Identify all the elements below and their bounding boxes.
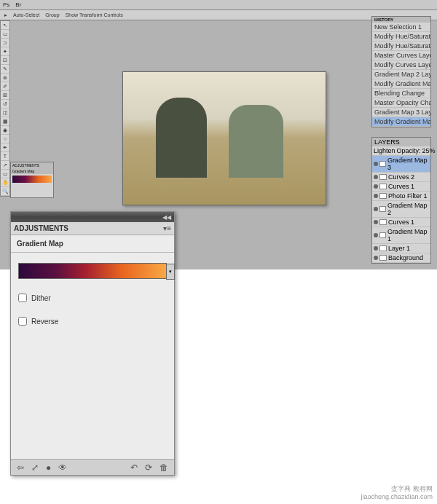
history-item[interactable]: Gradient Map 3 Layer (372, 108, 430, 117)
dither-row: Dither (18, 294, 167, 302)
clip-icon[interactable]: ● (46, 462, 51, 473)
wand-tool[interactable]: ✦ (1, 47, 9, 56)
back-icon[interactable]: ⇦ (17, 462, 24, 473)
group-dropdown[interactable]: Group (45, 12, 59, 17)
panel-body: ▾ Dither Reverse (11, 253, 174, 336)
eraser-tool[interactable]: ◫ (1, 109, 9, 117)
dodge-tool[interactable]: ○ (1, 135, 9, 143)
menubar: Ps Br (0, 0, 437, 10)
panel-titlebar[interactable]: ◀◀ (11, 212, 174, 222)
gradient-dropdown-icon[interactable]: ▾ (166, 264, 175, 280)
pen-tool[interactable]: ✒ (1, 143, 9, 152)
mini-gradient-preview[interactable] (12, 176, 52, 183)
blur-tool[interactable]: ◉ (1, 126, 9, 135)
collapse-icon[interactable]: ◀◀ (162, 214, 171, 221)
layer-name: Curves 1 (388, 218, 414, 226)
mini-adj-type: Gradient Map (11, 168, 53, 174)
reset-icon[interactable]: ⟳ (145, 462, 152, 473)
layer-thumb (379, 193, 387, 199)
expand-icon[interactable]: ⤢ (31, 462, 39, 473)
gradient-tool[interactable]: ▦ (1, 117, 9, 126)
mini-adj-title: ADJUSTMENTS (11, 162, 53, 168)
eye-icon[interactable] (374, 207, 378, 211)
layer-row[interactable]: Gradient Map 1 (372, 227, 430, 244)
auto-select-label: Auto-Select (13, 12, 39, 17)
layer-row[interactable]: Background (372, 253, 430, 263)
eye-icon[interactable] (374, 175, 378, 179)
show-transform-controls[interactable]: Show Transform Controls (66, 12, 123, 17)
adjustments-tab[interactable]: ADJUSTMENTS (14, 224, 68, 232)
previous-icon[interactable]: ↶ (130, 462, 138, 473)
history-brush-tool[interactable]: ↺ (1, 100, 9, 109)
layer-row[interactable]: Curves 2 (372, 173, 430, 182)
reverse-row: Reverse (18, 317, 167, 326)
watermark-line2: jiaocheng.chazidian.com (361, 493, 433, 501)
layer-row[interactable]: Layer 1 (372, 244, 430, 253)
history-item[interactable]: Modify Gradient Map Layer (372, 79, 430, 89)
marquee-tool[interactable]: ▭ (1, 30, 9, 39)
dither-checkbox[interactable] (18, 294, 27, 302)
watermark-line1: 查字典 教程网 (361, 485, 433, 493)
stamp-tool[interactable]: ⊞ (1, 91, 9, 100)
toolbox: ↖ ▭ ⊃ ✦ ⊡ ✎ ⊛ ✐ ⊞ ↺ ◫ ▦ ◉ ○ ✒ T ↗ ▭ ✋ 🔍 (0, 20, 10, 197)
eye-icon[interactable] (374, 194, 378, 198)
eye-icon[interactable] (374, 256, 378, 260)
eye-icon[interactable] (374, 184, 378, 189)
layer-thumb (379, 219, 387, 225)
layer-thumb (379, 184, 387, 189)
document-canvas[interactable] (122, 71, 326, 205)
brush-tool[interactable]: ✐ (1, 82, 9, 91)
lasso-tool[interactable]: ⊃ (1, 39, 9, 47)
blend-mode[interactable]: Lighten (374, 147, 395, 154)
eye-icon[interactable] (374, 233, 378, 237)
layers-blend-row: Lighten Opacity: 25% (372, 146, 430, 156)
history-item[interactable]: Modify Hue/Saturation Layer (372, 32, 430, 42)
history-panel: HISTORY New Selection 1Modify Hue/Satura… (371, 16, 431, 127)
history-item[interactable]: Master Curves Layer (372, 51, 430, 60)
history-item[interactable]: Master Opacity Change (372, 98, 430, 108)
crop-tool[interactable]: ⊡ (1, 56, 9, 65)
adjustments-panel: ◀◀ ADJUSTMENTS ▾≡ Gradient Map ▾ Dither … (10, 211, 175, 476)
healing-tool[interactable]: ⊛ (1, 74, 9, 82)
layer-thumb (379, 161, 386, 167)
history-item[interactable]: New Selection 1 (372, 23, 430, 32)
layer-name: Layer 1 (388, 245, 410, 252)
opacity-value[interactable]: 25% (422, 147, 436, 154)
eye-icon[interactable] (374, 162, 378, 166)
app-icon-ps[interactable]: Ps (3, 1, 9, 8)
layer-name: Gradient Map 3 (387, 157, 429, 171)
layer-row[interactable]: Gradient Map 3 (372, 156, 430, 173)
type-tool[interactable]: T (1, 152, 9, 161)
layers-title: LAYERS (374, 138, 400, 146)
layer-name: Gradient Map 2 (387, 202, 429, 216)
zoom-tool[interactable]: 🔍 (1, 187, 9, 196)
history-item[interactable]: Modify Curves Layer (372, 60, 430, 70)
watermark: 查字典 教程网 jiaocheng.chazidian.com (361, 485, 433, 501)
mini-adjustments-panel: ADJUSTMENTS Gradient Map (10, 162, 54, 198)
gradient-preview[interactable]: ▾ (18, 263, 167, 279)
hand-tool[interactable]: ✋ (1, 178, 9, 187)
history-item[interactable]: Blending Change (372, 89, 430, 98)
app-icon-br[interactable]: Br (15, 1, 21, 8)
path-tool[interactable]: ↗ (1, 161, 9, 170)
layer-row[interactable]: Gradient Map 2 (372, 201, 430, 218)
layer-thumb (379, 206, 386, 212)
history-item[interactable]: Gradient Map 2 Layer (372, 70, 430, 79)
history-item[interactable]: Modify Hue/Saturation Layer (372, 42, 430, 51)
reverse-checkbox[interactable] (18, 317, 27, 326)
history-header: HISTORY (372, 17, 430, 23)
eye-icon[interactable] (374, 246, 378, 251)
layer-row[interactable]: Curves 1 (372, 218, 430, 227)
move-tool[interactable]: ↖ (1, 21, 9, 30)
history-item[interactable]: Modify Gradient Map Layer (372, 117, 430, 127)
panel-menu-icon[interactable]: ▾≡ (163, 224, 171, 232)
layer-name: Background (388, 254, 423, 261)
layer-row[interactable]: Photo Filter 1 (372, 192, 430, 201)
eye-icon[interactable] (374, 220, 378, 224)
trash-icon[interactable]: 🗑 (160, 462, 168, 473)
eyedropper-tool[interactable]: ✎ (1, 65, 9, 74)
visibility-icon[interactable]: 👁 (58, 462, 67, 473)
layers-header: LAYERS (372, 138, 430, 146)
layer-row[interactable]: Curves 1 (372, 182, 430, 192)
shape-tool[interactable]: ▭ (1, 170, 9, 178)
